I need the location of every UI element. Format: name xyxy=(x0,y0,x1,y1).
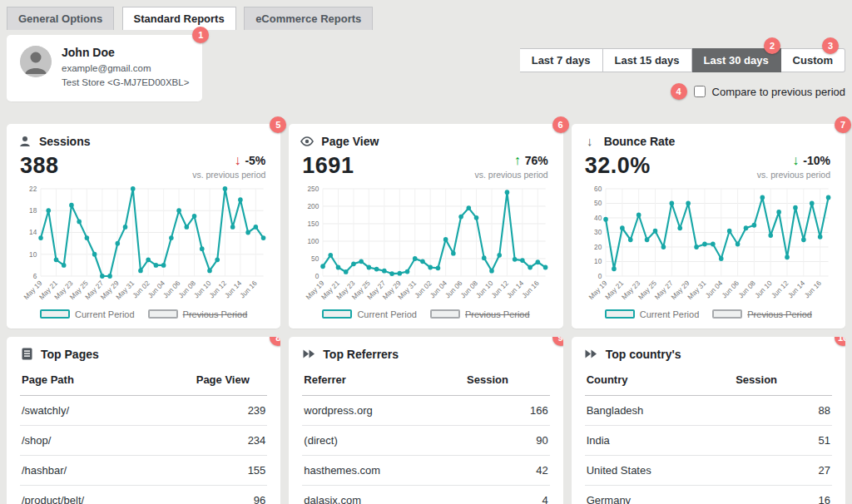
date-range-button-group: 2 3 Last 7 days Last 15 days Last 30 day… xyxy=(520,48,845,72)
account-name: John Doe xyxy=(62,46,189,59)
legend-previous-period[interactable]: Previous Period xyxy=(712,309,812,319)
table-row: Germany16 xyxy=(585,485,832,504)
table-row: wordpress.org166 xyxy=(302,395,549,425)
page-view-line-chart: 050100150200250May 19May 21May 23May 25M… xyxy=(300,183,551,309)
step-badge-1: 1 xyxy=(192,27,209,43)
top-pages-card: 8 Top Pages Page Path Page View /swatchl… xyxy=(7,337,280,504)
column-header: Page Path xyxy=(20,368,195,396)
delta-note: vs. previous period xyxy=(475,170,548,180)
person-photo-icon xyxy=(20,46,52,77)
table-row: /shop/234 xyxy=(20,425,267,455)
page-view-delta: 76% xyxy=(525,154,548,167)
trend-up-icon: ↑ xyxy=(514,153,521,168)
svg-text:Jun 12: Jun 12 xyxy=(770,278,790,299)
card-title: Page View xyxy=(321,135,379,148)
last-7-days-button[interactable]: Last 7 days xyxy=(520,48,603,72)
bounce-rate-line-chart: 0102030405060May 19May 21May 23May 25May… xyxy=(583,183,834,309)
top-countries-card: 10 Top country's Country Session Banglad… xyxy=(572,337,845,504)
card-title: Bounce Rate xyxy=(604,135,676,148)
legend-current-period[interactable]: Current Period xyxy=(605,309,700,319)
last-15-days-button[interactable]: Last 15 days xyxy=(603,48,692,72)
tables-row: 8 Top Pages Page Path Page View /swatchl… xyxy=(0,337,852,504)
account-info: John Doe example@gmail.com Test Store <G… xyxy=(62,46,189,91)
table-title: Top country's xyxy=(606,348,681,361)
column-header: Session xyxy=(465,368,550,396)
compare-checkbox[interactable] xyxy=(694,86,706,97)
step-badge-9: 9 xyxy=(552,337,563,346)
svg-text:40: 40 xyxy=(594,213,602,221)
fast-forward-icon xyxy=(585,348,598,361)
step-badge-2: 2 xyxy=(764,37,780,54)
tab-ecommerce-reports[interactable]: eCommerce Reports xyxy=(244,7,373,30)
bounce-rate-value: 32.0% xyxy=(585,153,651,179)
svg-text:10: 10 xyxy=(594,257,602,265)
trend-down-icon: ↓ xyxy=(234,153,240,168)
legend-previous-period[interactable]: Previous Period xyxy=(148,309,248,319)
step-badge-10: 10 xyxy=(835,337,845,346)
svg-text:100: 100 xyxy=(308,236,320,245)
svg-text:14: 14 xyxy=(29,228,37,236)
svg-text:Jun 16: Jun 16 xyxy=(802,278,823,299)
analytics-dashboard: General Options Standard Reports eCommer… xyxy=(0,0,852,504)
svg-text:May 31: May 31 xyxy=(686,278,707,300)
svg-text:150: 150 xyxy=(308,219,320,227)
svg-text:Jun 04: Jun 04 xyxy=(703,278,724,299)
legend-swatch-previous xyxy=(148,309,178,319)
step-badge-3: 3 xyxy=(822,37,839,54)
legend-current-period[interactable]: Current Period xyxy=(40,309,135,319)
svg-text:18: 18 xyxy=(29,206,37,215)
tab-general-options[interactable]: General Options xyxy=(7,7,114,30)
page-view-card: 6 Page View 1691 ↑ 76% vs. previous peri… xyxy=(289,124,562,329)
top-referrers-table: Referrer Session wordpress.org166 (direc… xyxy=(302,368,549,504)
top-pages-table: Page Path Page View /swatchly/239 /shop/… xyxy=(20,368,267,504)
trend-down-icon: ↓ xyxy=(792,153,799,168)
sessions-line-chart: 610141822May 19May 21May 23May 25May 27M… xyxy=(18,183,269,309)
table-title: Top Pages xyxy=(41,348,99,361)
legend-swatch-previous xyxy=(430,309,460,319)
account-store: Test Store <G-MJ7ED00XBL> xyxy=(62,76,189,90)
table-row: /swatchly/239 xyxy=(20,395,267,425)
svg-text:50: 50 xyxy=(594,199,602,207)
tab-bar: General Options Standard Reports eCommer… xyxy=(0,0,852,30)
tab-standard-reports[interactable]: Standard Reports xyxy=(122,7,236,30)
page-view-value: 1691 xyxy=(302,153,354,179)
table-row: /hashbar/155 xyxy=(20,455,267,485)
svg-text:60: 60 xyxy=(594,184,602,192)
svg-text:20: 20 xyxy=(594,242,602,250)
step-badge-8: 8 xyxy=(270,337,280,346)
table-title: Top Referrers xyxy=(323,348,399,361)
svg-text:Jun 06: Jun 06 xyxy=(720,278,741,299)
delta-note: vs. previous period xyxy=(192,170,265,180)
svg-text:50: 50 xyxy=(311,254,319,262)
svg-text:250: 250 xyxy=(308,184,320,192)
legend-swatch-current xyxy=(605,309,635,319)
bounce-rate-delta: -10% xyxy=(803,154,830,167)
table-row: Bangladesh88 xyxy=(585,395,832,425)
table-row: hasthemes.com42 xyxy=(302,455,549,485)
svg-text:Jun 08: Jun 08 xyxy=(736,278,757,299)
date-filter-area: 2 3 Last 7 days Last 15 days Last 30 day… xyxy=(520,35,845,101)
metric-cards-row: 5 Sessions 388 ↓ -5% vs. previous period… xyxy=(0,124,852,329)
delta-note: vs. previous period xyxy=(757,170,830,180)
sessions-value: 388 xyxy=(20,153,59,179)
table-row: India51 xyxy=(585,425,832,455)
step-badge-5: 5 xyxy=(270,116,286,133)
svg-text:30: 30 xyxy=(594,228,602,236)
legend-previous-period[interactable]: Previous Period xyxy=(430,309,530,319)
table-row: United States27 xyxy=(585,455,832,485)
step-badge-7: 7 xyxy=(835,116,851,133)
legend-swatch-previous xyxy=(712,309,742,319)
svg-text:Jun 16: Jun 16 xyxy=(521,278,542,299)
svg-text:10: 10 xyxy=(29,250,37,258)
legend-current-period[interactable]: Current Period xyxy=(322,309,417,319)
legend-swatch-current xyxy=(40,309,70,319)
sessions-delta: -5% xyxy=(245,154,265,167)
table-row: /product/belt/96 xyxy=(20,485,267,504)
step-badge-6: 6 xyxy=(552,116,569,133)
svg-text:200: 200 xyxy=(308,201,320,210)
user-icon xyxy=(18,135,32,148)
eye-icon xyxy=(300,135,314,148)
fast-forward-icon xyxy=(302,348,315,361)
column-header: Page View xyxy=(195,368,268,396)
card-title: Sessions xyxy=(39,135,90,148)
